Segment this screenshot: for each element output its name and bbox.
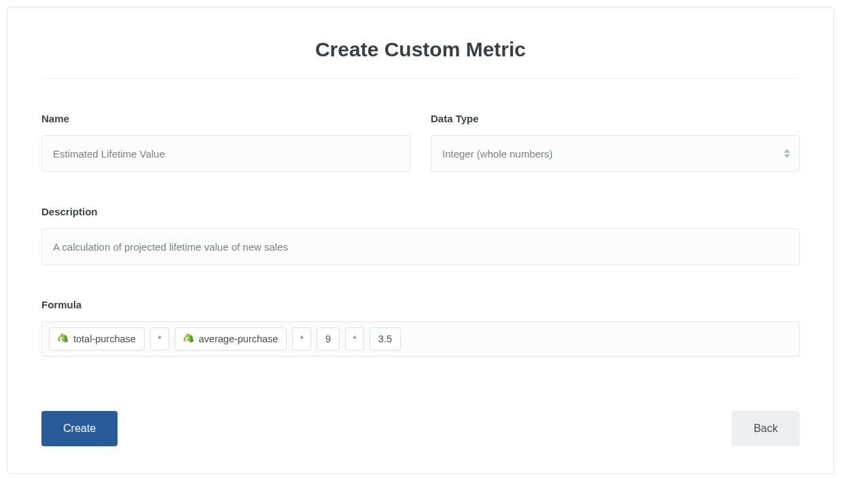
page-title: Create Custom Metric xyxy=(41,38,800,61)
datatype-label: Data Type xyxy=(431,113,800,124)
name-label: Name xyxy=(41,113,410,124)
formula-token-operator[interactable]: * xyxy=(150,327,169,350)
datatype-select-wrap: Integer (whole numbers) xyxy=(431,135,800,172)
formula-token-operator[interactable]: * xyxy=(292,327,311,350)
formula-token-number[interactable]: 3.5 xyxy=(370,327,401,350)
formula-token-variable[interactable]: total-purchase xyxy=(49,327,145,350)
name-field-group: Name xyxy=(41,113,410,172)
formula-input[interactable]: total-purchase * average-purchase * 9 * xyxy=(41,321,800,357)
datatype-selected-value: Integer (whole numbers) xyxy=(442,148,553,160)
formula-token-variable[interactable]: average-purchase xyxy=(175,327,287,350)
description-label: Description xyxy=(41,206,800,217)
create-metric-card: Create Custom Metric Name Data Type Inte… xyxy=(7,7,834,474)
formula-token-text: * xyxy=(353,334,357,344)
formula-token-text: * xyxy=(300,334,304,344)
formula-label: Formula xyxy=(41,299,800,310)
button-row: Create Back xyxy=(41,411,800,446)
formula-token-text: 9 xyxy=(325,334,331,344)
formula-token-text: total-purchase xyxy=(73,334,136,344)
formula-token-operator[interactable]: * xyxy=(345,327,364,350)
datatype-field-group: Data Type Integer (whole numbers) xyxy=(431,113,800,172)
formula-token-number[interactable]: 9 xyxy=(317,327,340,350)
shopify-icon xyxy=(183,334,194,345)
formula-token-text: average-purchase xyxy=(199,334,279,344)
name-input[interactable] xyxy=(41,135,410,172)
divider xyxy=(41,78,800,79)
shopify-icon xyxy=(58,334,68,345)
formula-field-group: Formula total-purchase * average-purchas… xyxy=(41,299,800,357)
formula-token-text: * xyxy=(158,334,162,344)
row-name-type: Name Data Type Integer (whole numbers) xyxy=(41,113,800,172)
create-button[interactable]: Create xyxy=(41,411,118,446)
description-input[interactable] xyxy=(41,228,800,265)
description-field-group: Description xyxy=(41,206,800,265)
datatype-select[interactable]: Integer (whole numbers) xyxy=(431,135,800,172)
back-button[interactable]: Back xyxy=(732,411,800,446)
formula-token-text: 3.5 xyxy=(378,334,392,344)
